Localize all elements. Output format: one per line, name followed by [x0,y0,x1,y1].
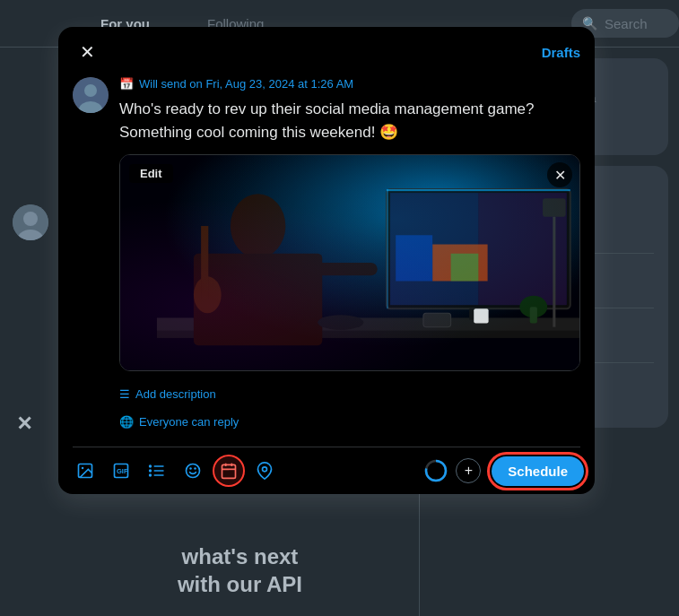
svg-rect-22 [201,226,208,299]
svg-rect-16 [396,235,432,281]
svg-rect-9 [157,317,579,332]
composer-avatar [73,77,109,113]
svg-rect-46 [222,464,236,478]
post-text[interactable]: Who's ready to rev up their social media… [119,98,580,143]
svg-point-34 [82,467,84,470]
reply-label: Everyone can reply [139,415,239,429]
image-container: Edit ✕ [119,154,580,371]
image-close-button[interactable]: ✕ [547,162,572,187]
reply-icon: 🌐 [119,415,134,429]
svg-text:GIF: GIF [117,467,128,475]
svg-rect-15 [432,245,487,282]
svg-rect-25 [423,313,451,326]
svg-rect-12 [390,193,567,305]
edit-badge[interactable]: Edit [129,164,173,183]
gif-tool-button[interactable]: GIF [105,455,137,487]
svg-rect-8 [120,155,579,370]
close-button[interactable]: ✕ [73,38,101,66]
svg-point-42 [150,474,152,476]
description-icon: ☰ [119,387,130,401]
reply-indicator[interactable]: 🌐 Everyone can reply [119,408,580,436]
svg-rect-17 [451,254,479,282]
svg-point-19 [231,194,285,258]
location-tool-button[interactable] [248,455,281,487]
svg-rect-11 [387,189,570,308]
svg-rect-31 [387,189,570,191]
svg-rect-14 [478,193,566,305]
svg-point-4 [84,84,97,97]
svg-rect-23 [304,263,378,275]
post-text-line1: Who's ready to rev up their social media… [119,98,580,121]
svg-point-21 [194,276,222,313]
add-description-label: Add description [135,387,216,401]
compose-modal: ✕ Drafts 📅 Will send on Fri, Aug 23, 202… [58,27,595,494]
svg-point-50 [263,467,267,472]
modal-toolbar: GIF + Schedule [58,447,595,494]
svg-point-24 [318,315,363,329]
schedule-tool-button[interactable] [213,455,245,487]
svg-rect-18 [469,308,487,319]
svg-point-43 [187,464,200,478]
schedule-button[interactable]: Schedule [492,456,584,486]
add-thread-button[interactable]: + [456,458,481,483]
svg-rect-28 [553,217,555,327]
modal-header: ✕ Drafts [58,27,595,77]
add-description[interactable]: ☰ Add description [119,380,580,408]
svg-rect-27 [543,198,566,216]
svg-rect-20 [194,254,322,345]
svg-point-29 [519,296,547,318]
svg-rect-30 [530,307,537,323]
attached-image [120,155,579,370]
svg-rect-26 [474,308,488,323]
svg-rect-13 [390,193,478,305]
emoji-tool-button[interactable] [177,455,209,487]
post-text-line2: Something cool coming this weekend! 🤩 [119,121,580,144]
image-tool-button[interactable] [69,455,101,487]
svg-point-41 [150,470,152,472]
svg-rect-10 [157,331,579,338]
schedule-label[interactable]: 📅 Will send on Fri, Aug 23, 2024 at 1:26… [119,77,580,91]
svg-rect-7 [120,155,579,370]
compose-content: 📅 Will send on Fri, Aug 23, 2024 at 1:26… [119,77,580,436]
schedule-time: Will send on Fri, Aug 23, 2024 at 1:26 A… [139,77,353,91]
svg-point-40 [150,465,152,467]
modal-overlay: ✕ Drafts 📅 Will send on Fri, Aug 23, 202… [0,0,679,616]
modal-body: 📅 Will send on Fri, Aug 23, 2024 at 1:26… [58,77,595,447]
svg-rect-6 [120,155,579,370]
calendar-icon: 📅 [119,77,134,91]
svg-rect-32 [387,189,388,308]
drafts-link[interactable]: Drafts [542,45,580,60]
character-count [423,458,448,483]
list-tool-button[interactable] [141,455,173,487]
